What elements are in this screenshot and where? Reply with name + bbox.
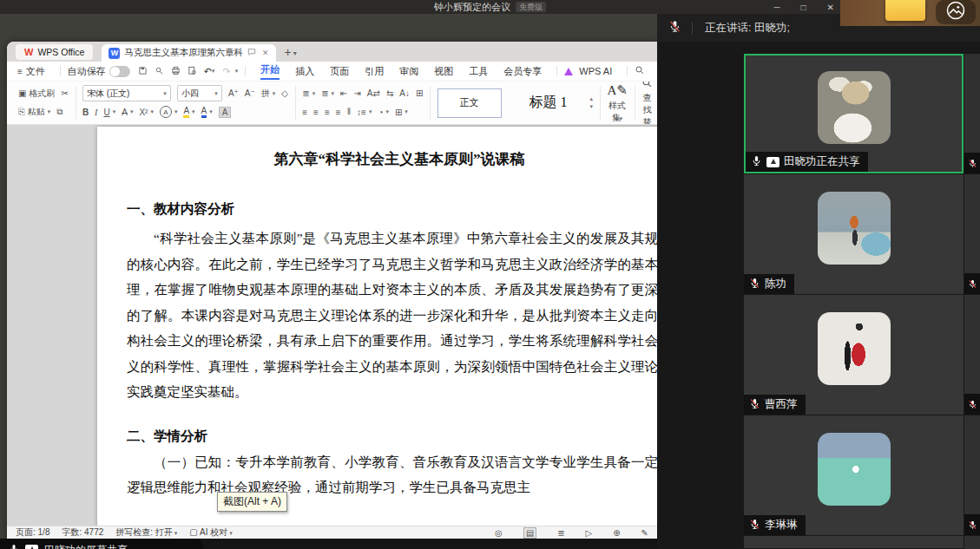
- menu-tab-tools[interactable]: 工具: [469, 65, 488, 78]
- ai-proofread-button[interactable]: ▢ AI 校对▾: [189, 526, 232, 539]
- shading-icon[interactable]: ◔: [378, 108, 383, 117]
- play-view-icon[interactable]: ▷: [586, 528, 593, 538]
- font-name-select[interactable]: 宋体 (正文)▾: [82, 85, 171, 101]
- increase-indent-icon[interactable]: ⇥: [353, 88, 360, 98]
- undo-button[interactable]: ↶▾: [204, 66, 215, 77]
- cut-icon[interactable]: ✂: [61, 88, 68, 98]
- style-heading1[interactable]: 标题 1: [507, 88, 590, 119]
- print-icon[interactable]: [171, 66, 181, 77]
- menu-tab-view[interactable]: 视图: [434, 65, 453, 78]
- superscript-button[interactable]: X²: [139, 108, 148, 117]
- sticky-note[interactable]: [885, 0, 925, 21]
- undo-caret-icon[interactable]: ▾: [212, 68, 215, 75]
- style-gallery-spinner[interactable]: ▴▾: [590, 95, 594, 110]
- numbered-list-icon[interactable]: ≣: [321, 88, 328, 98]
- bold-button[interactable]: B: [82, 108, 89, 117]
- minimize-button[interactable]: ─: [773, 3, 779, 12]
- protect-mode-icon[interactable]: ◎: [495, 528, 503, 538]
- underline-button[interactable]: U: [103, 108, 109, 117]
- divider: [60, 66, 61, 76]
- menu-tab-review[interactable]: 审阅: [399, 65, 418, 78]
- strikethrough-button[interactable]: A: [122, 108, 128, 117]
- clear-format-icon[interactable]: ◇: [281, 88, 288, 98]
- outline-view-icon[interactable]: ≣: [557, 528, 564, 538]
- marks-icon[interactable]: ⊞: [416, 88, 423, 98]
- comment-bubble-icon[interactable]: [247, 48, 256, 58]
- video-tile-chengong[interactable]: 陈功: [744, 174, 964, 294]
- menu-tab-reference[interactable]: 引用: [365, 65, 384, 78]
- caret-icon[interactable]: ▾: [404, 108, 408, 115]
- caret-icon[interactable]: ▾: [209, 108, 213, 115]
- paste-button[interactable]: ⎘ 粘贴: [18, 106, 45, 118]
- video-tile-caoxiping[interactable]: 曹西萍: [744, 295, 964, 415]
- justify-icon[interactable]: ≡: [336, 108, 341, 117]
- find-replace-button[interactable]: 查找替: [641, 92, 653, 125]
- font-color-button[interactable]: A: [201, 106, 207, 118]
- caret-icon[interactable]: ▾: [385, 108, 389, 115]
- edit-pen-icon[interactable]: ✎: [641, 528, 648, 538]
- increase-font-icon[interactable]: A⁺: [228, 88, 239, 98]
- new-tab-button[interactable]: +: [285, 45, 292, 59]
- sort-icon[interactable]: A↓: [399, 88, 410, 98]
- decrease-font-icon[interactable]: A⁻: [245, 88, 255, 98]
- char-border-button[interactable]: A: [160, 106, 172, 118]
- align-right-icon[interactable]: ≡: [325, 108, 330, 117]
- two-way-icon[interactable]: ⇆: [386, 88, 393, 98]
- align-center-icon[interactable]: ≡: [313, 108, 319, 117]
- caret-icon[interactable]: ▾: [273, 90, 276, 97]
- output-icon[interactable]: [155, 66, 164, 77]
- web-view-icon[interactable]: ⊕: [613, 528, 620, 538]
- document-tab[interactable]: W 马克思主义基本原理第六章科 ✕: [102, 44, 275, 62]
- caret-icon[interactable]: ▾: [130, 108, 134, 115]
- tab-close-icon[interactable]: ✕: [262, 49, 269, 57]
- close-button[interactable]: ✕: [827, 3, 834, 12]
- quickbar-caret-icon[interactable]: ▾: [235, 68, 239, 75]
- caret-icon[interactable]: ▾: [174, 108, 178, 115]
- text-direction-icon[interactable]: A⇄: [367, 88, 380, 98]
- menu-tab-home[interactable]: 开始: [260, 63, 280, 80]
- align-left-icon[interactable]: ≡: [302, 108, 307, 117]
- copy-icon[interactable]: ⧉: [56, 107, 62, 117]
- file-menu[interactable]: ≡ 文件: [17, 65, 45, 78]
- caret-icon[interactable]: ▾: [312, 90, 316, 97]
- wps-ai-button[interactable]: WPS AI: [564, 66, 612, 76]
- redo-button[interactable]: ↷: [223, 66, 231, 77]
- caret-icon[interactable]: ▾: [150, 108, 154, 115]
- caret-icon[interactable]: ▾: [332, 90, 335, 97]
- image-tool-button[interactable]: [936, 0, 976, 24]
- tab-list-caret-icon[interactable]: ▾: [293, 49, 297, 57]
- video-tile-tianxiaogong[interactable]: 田晓功正在共享: [744, 54, 964, 173]
- menu-tab-insert[interactable]: 插入: [295, 65, 314, 78]
- save-icon[interactable]: [138, 66, 148, 77]
- style-normal[interactable]: 正文: [437, 88, 502, 118]
- bullet-list-icon[interactable]: ≣: [302, 88, 309, 98]
- spellcheck-toggle[interactable]: 拼写检查: 打开▾: [115, 526, 177, 539]
- page-view-icon[interactable]: ▤: [523, 527, 536, 539]
- search-icon[interactable]: [635, 65, 645, 77]
- format-painter-button[interactable]: ▣ 格式刷: [18, 88, 55, 100]
- print-preview-icon[interactable]: [187, 66, 197, 77]
- font-size-select[interactable]: 小四▾: [177, 85, 222, 101]
- autosave-toggle[interactable]: [109, 66, 130, 77]
- phonetic-guide-icon[interactable]: 拼: [261, 88, 270, 100]
- maximize-button[interactable]: □: [801, 3, 806, 12]
- distribute-icon[interactable]: ⦀: [347, 107, 351, 117]
- style-set-button[interactable]: 样式集 ▾: [607, 100, 627, 124]
- document-page[interactable]: 第六章“科学社会主义基本原则”说课稿 一、教材内容分析 “科学社会主义基本原则”…: [97, 127, 657, 526]
- decrease-indent-icon[interactable]: ⇤: [340, 88, 347, 98]
- char-shading-button[interactable]: A: [219, 107, 232, 118]
- menu-tab-member[interactable]: 会员专享: [503, 65, 542, 78]
- italic-button[interactable]: I: [95, 108, 97, 117]
- caret-icon[interactable]: ▾: [369, 108, 372, 115]
- menu-tab-page[interactable]: 页面: [330, 65, 349, 78]
- paste-caret-icon[interactable]: ▾: [48, 108, 51, 115]
- video-tile-lilinlin[interactable]: 李琳琳: [744, 415, 964, 535]
- line-spacing-icon[interactable]: ↕≡: [357, 108, 366, 117]
- caret-icon[interactable]: ▾: [113, 108, 116, 115]
- caret-icon[interactable]: ▾: [192, 108, 195, 115]
- highlight-color-button[interactable]: A: [183, 106, 189, 118]
- wps-home-tab[interactable]: W WPS Office: [16, 44, 93, 60]
- screen-share-banner[interactable]: 田晓功的屏幕共享: [0, 539, 203, 549]
- borders-icon[interactable]: ⊞: [395, 108, 402, 117]
- autosave-control[interactable]: 自动保存: [68, 65, 130, 78]
